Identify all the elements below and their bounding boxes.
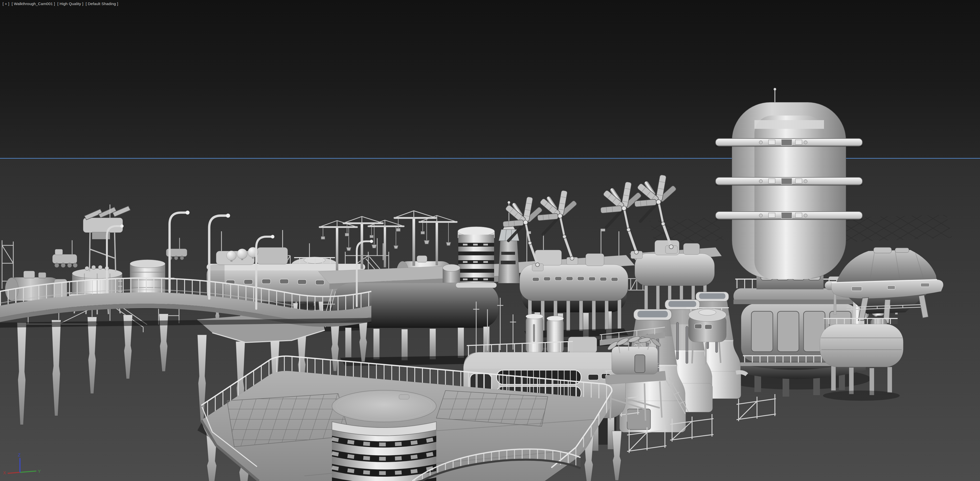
satellite-hull-2[interactable] [635, 254, 714, 286]
viewport-general-menu[interactable]: [ + ] [3, 2, 9, 6]
central-cylinder-tower[interactable] [332, 390, 436, 481]
viewport-quality-menu[interactable]: [ High Quality ] [57, 2, 83, 6]
viewport-shading-menu[interactable]: [ Default Shading ] [86, 2, 118, 6]
viewport-label: [ + ][ Walkthrough_Cam001 ][ High Qualit… [3, 2, 121, 6]
dome-tank[interactable] [443, 264, 460, 283]
viewport-pov-menu[interactable]: [ Walkthrough_Cam001 ] [11, 2, 55, 6]
viewport[interactable]: [ + ][ Walkthrough_Cam001 ][ High Qualit… [0, 0, 980, 481]
x-axis-label: X [3, 470, 6, 475]
z-axis-label: Z [18, 452, 21, 457]
cylinder-cap [332, 390, 436, 422]
y-axis-label: Y [38, 469, 41, 474]
banded-silo[interactable] [456, 227, 496, 288]
scene-canvas[interactable]: X Y Z [0, 0, 980, 481]
